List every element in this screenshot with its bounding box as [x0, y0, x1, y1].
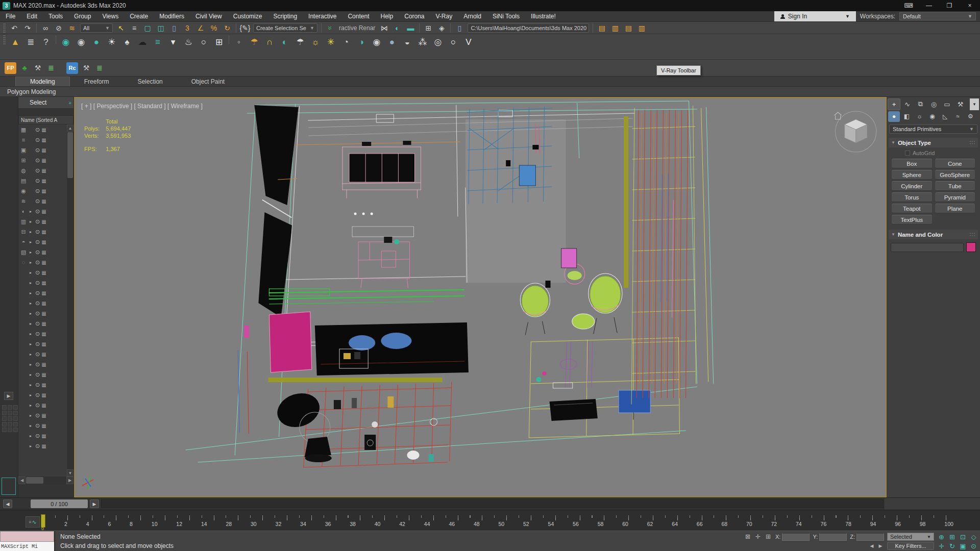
- visibility-eye-icon[interactable]: ⊙: [35, 341, 40, 347]
- explorer-row[interactable]: ▸⊙▦: [29, 349, 67, 359]
- water-drop-icon[interactable]: ▾: [165, 35, 181, 49]
- container-explorer-toggle-icon[interactable]: ▤: [622, 22, 635, 33]
- create-box-button[interactable]: Box: [892, 159, 932, 168]
- explorer-filter-icon[interactable]: ⊞: [21, 155, 26, 165]
- visibility-eye-icon[interactable]: ⊙: [35, 361, 40, 368]
- explorer-row[interactable]: ▸⊙▦: [29, 227, 67, 237]
- forest-list-icon[interactable]: ≣: [44, 63, 58, 73]
- sphere-icon[interactable]: ●: [89, 35, 104, 49]
- menu-edit[interactable]: Edit: [21, 11, 43, 21]
- explorer-filter-icon[interactable]: ◉: [21, 186, 26, 196]
- subtab-systems[interactable]: ⚙: [965, 111, 976, 122]
- expand-arrow-icon[interactable]: ▸: [30, 372, 34, 377]
- menu-help[interactable]: Help: [375, 11, 399, 21]
- ribbon-panel[interactable]: Polygon Modeling: [0, 87, 980, 97]
- explorer-row[interactable]: ▸⊙▦: [29, 206, 67, 216]
- frame-display[interactable]: 0 / 100: [31, 499, 88, 508]
- undo-icon[interactable]: ↶: [8, 22, 21, 33]
- menu-scripting[interactable]: Scripting: [267, 11, 303, 21]
- visibility-eye-icon[interactable]: ⊙: [35, 422, 40, 429]
- expand-arrow-icon[interactable]: ▸: [30, 383, 34, 387]
- explorer-row[interactable]: ⊙▦: [29, 124, 67, 135]
- isolate-chevrons-icon[interactable]: »: [324, 22, 337, 33]
- maxscript-mini-listener[interactable]: MAXScript Mi: [0, 531, 55, 551]
- next-frame-button[interactable]: ▶: [90, 499, 99, 508]
- scrollbar-thumb[interactable]: [67, 132, 73, 178]
- tab-create[interactable]: +: [888, 98, 900, 110]
- x-field[interactable]: [782, 533, 810, 541]
- expand-arrow-icon[interactable]: ▸: [30, 434, 34, 438]
- angle-snap-icon[interactable]: ∠: [194, 22, 207, 33]
- visibility-eye-icon[interactable]: ⊙: [35, 433, 40, 439]
- forest-terrain-icon[interactable]: ▲: [8, 35, 23, 49]
- explorer-filter-icon[interactable]: ▤: [21, 176, 26, 186]
- expand-arrow-icon[interactable]: ▸: [30, 352, 34, 357]
- tab-motion[interactable]: ◎: [927, 98, 940, 110]
- perspective-viewport[interactable]: [ + ] [ Perspective ] [ Standard ] [ Wir…: [74, 97, 887, 497]
- mini-tool-slot[interactable]: [13, 405, 18, 410]
- create-teapot-button[interactable]: Teapot: [892, 204, 932, 213]
- subtab-lights[interactable]: ☼: [914, 111, 925, 122]
- dome-light-icon[interactable]: ∩: [262, 35, 277, 49]
- unlink-selection-icon[interactable]: ⊘: [52, 22, 65, 33]
- explorer-row[interactable]: ▸⊙▦: [29, 339, 67, 349]
- visibility-eye-icon[interactable]: ⊙: [35, 320, 40, 327]
- select-by-name-icon[interactable]: ≡: [128, 22, 141, 33]
- explorer-row[interactable]: ⊙▦: [29, 186, 67, 196]
- visibility-eye-icon[interactable]: ⊙: [35, 351, 40, 358]
- visibility-eye-icon[interactable]: ⊙: [35, 290, 40, 296]
- vray-logo-icon[interactable]: V: [461, 35, 476, 49]
- menu-create[interactable]: Create: [124, 11, 154, 21]
- forest-pack-tile[interactable]: FP: [5, 62, 16, 74]
- sun-light-icon[interactable]: ☼: [308, 35, 323, 49]
- forest-pro-eyes-icon[interactable]: ◉: [58, 35, 74, 49]
- tab-hierarchy[interactable]: ⧉: [914, 98, 927, 110]
- expand-arrow-icon[interactable]: ▸: [30, 393, 34, 397]
- explorer-filter-icon[interactable]: ▦: [21, 124, 26, 135]
- visibility-eye-icon[interactable]: ⊙: [35, 137, 40, 143]
- scrollbar-thumb[interactable]: [26, 477, 43, 484]
- redo-icon[interactable]: ↷: [21, 22, 34, 33]
- explorer-row[interactable]: ▸⊙▦: [29, 298, 67, 308]
- subtab-cameras[interactable]: ◉: [926, 111, 938, 122]
- scene-explorer-title[interactable]: Select »: [18, 97, 74, 108]
- explorer-row[interactable]: ▸⊙▦: [29, 278, 67, 288]
- explorer-horizontal-scrollbar[interactable]: ◀ ▶: [18, 477, 74, 484]
- railclone-list-icon[interactable]: ≣: [93, 63, 106, 73]
- scroll-up-button[interactable]: ▲: [67, 124, 74, 132]
- mini-tool-slot[interactable]: [2, 422, 7, 427]
- notes-list-icon[interactable]: ≡: [150, 35, 165, 49]
- menu-content[interactable]: Content: [342, 11, 375, 21]
- explorer-row[interactable]: ▸⊙▦: [29, 257, 67, 267]
- expand-arrow-icon[interactable]: ▸: [30, 260, 34, 265]
- expand-arrow-icon[interactable]: ▸: [30, 332, 34, 336]
- visibility-eye-icon[interactable]: ⊙: [35, 371, 40, 378]
- subtab-helpers[interactable]: ◺: [939, 111, 951, 122]
- explorer-row[interactable]: ▸⊙▦: [29, 431, 67, 441]
- visibility-eye-icon[interactable]: ⊙: [35, 310, 40, 317]
- tab-flyout[interactable]: ▾: [970, 98, 979, 110]
- burst-light-icon[interactable]: ✳: [323, 35, 338, 49]
- named-selection-sets-dropdown[interactable]: Create Selection Se▼: [253, 23, 317, 33]
- matte-ball-icon[interactable]: ●: [384, 35, 400, 49]
- y-field[interactable]: [819, 533, 847, 541]
- teapot-steam-icon[interactable]: ♨: [181, 35, 196, 49]
- visibility-eye-icon[interactable]: ⊙: [35, 208, 40, 215]
- portal-light-icon[interactable]: ◐: [277, 35, 292, 49]
- render-setup-page-icon[interactable]: ▯: [453, 22, 466, 33]
- layer-explorer-toggle-icon[interactable]: ▥: [608, 22, 622, 33]
- toolbar-grip[interactable]: [3, 35, 6, 44]
- menu-tools[interactable]: Tools: [43, 11, 68, 21]
- explorer-row[interactable]: ▸⊙▦: [29, 288, 67, 298]
- next-key-icon[interactable]: ▶: [877, 543, 884, 548]
- menu-civil-view[interactable]: Civil View: [190, 11, 228, 21]
- visibility-eye-icon[interactable]: ⊙: [35, 392, 40, 398]
- sun-icon[interactable]: ☀: [104, 35, 119, 49]
- ring-icon[interactable]: ○: [196, 35, 211, 49]
- explorer-row[interactable]: ⊙▦: [29, 145, 67, 155]
- umbrella-icon[interactable]: ☂: [247, 35, 262, 49]
- scene-explorer-toggle-icon[interactable]: ▤: [595, 22, 608, 33]
- object-color-swatch[interactable]: [966, 242, 976, 252]
- menu-customize[interactable]: Customize: [228, 11, 268, 21]
- visibility-eye-icon[interactable]: ⊙: [35, 331, 40, 337]
